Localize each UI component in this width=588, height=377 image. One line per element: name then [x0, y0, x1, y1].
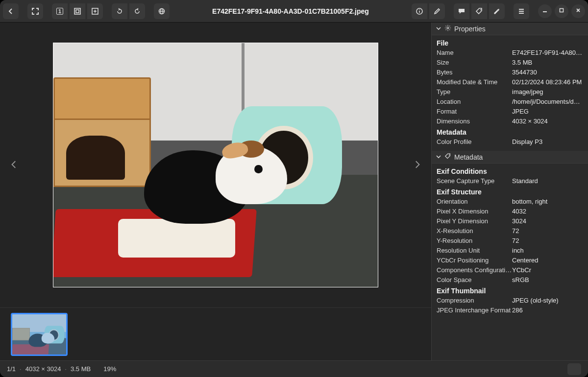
thumbnail-strip: [0, 307, 431, 360]
rotate-left-button[interactable]: [112, 3, 127, 19]
svg-rect-16: [560, 9, 564, 12]
maximize-button[interactable]: [555, 4, 568, 18]
zoom-fit-button[interactable]: [70, 3, 85, 19]
comment-button[interactable]: [454, 3, 469, 19]
prop-key: Format: [437, 107, 512, 116]
next-image-button[interactable]: [409, 150, 425, 180]
displayed-image: [53, 43, 378, 287]
chevron-right-icon: [413, 160, 421, 170]
prop-value: sRGB: [512, 276, 583, 284]
hamburger-icon: [517, 7, 525, 15]
statusbar: 1/1 · 4032 × 3024 · 3.5 MB 19%: [0, 360, 588, 377]
prop-key: Pixel Y Dimension: [437, 217, 512, 226]
rotate-group: [112, 3, 145, 19]
chevron-left-icon: [10, 160, 19, 170]
image-viewer[interactable]: [0, 23, 431, 307]
prop-value: /home/ji/Documents/docu…: [512, 97, 583, 106]
rotate-left-icon: [116, 7, 123, 15]
prop-key: Bytes: [437, 68, 512, 77]
slideshow-button[interactable]: [154, 3, 170, 19]
hamburger-menu-button[interactable]: [514, 3, 529, 19]
prop-value: JPEG (old-style): [512, 296, 583, 305]
prop-value: 3024: [512, 217, 583, 226]
prop-value: image/jpeg: [512, 88, 583, 96]
prop-key: Resolution Unit: [437, 246, 512, 255]
prop-key: Color Space: [437, 276, 512, 284]
rotate-right-icon: [133, 7, 141, 15]
prop-value: 3.5 MB: [512, 58, 583, 67]
chevron-down-icon: [436, 25, 441, 33]
prop-key: Dimensions: [437, 117, 512, 126]
status-dimensions: 4032 × 3024: [25, 365, 61, 373]
zoom-group: 1: [52, 3, 103, 19]
properties-panel[interactable]: Properties File NameE742FE17-9F91-4A80-A…: [431, 23, 588, 360]
comment-icon: [458, 7, 466, 15]
prop-key: X-Resolution: [437, 227, 512, 236]
prop-key: Color Profile: [437, 138, 512, 146]
prop-key: Scene Capture Type: [437, 177, 512, 186]
exif-conditions-title: Exif Conditions: [432, 165, 588, 176]
prop-key: YCbCr Positioning: [437, 256, 512, 265]
back-button[interactable]: [3, 3, 19, 19]
maximize-icon: [559, 7, 564, 15]
edit-button[interactable]: [429, 3, 445, 19]
tag-icon: [444, 153, 451, 161]
svg-point-11: [480, 9, 481, 10]
thumbnail[interactable]: [11, 313, 68, 356]
status-index: 1/1: [7, 365, 16, 373]
svg-rect-0: [74, 8, 80, 14]
rotate-right-button[interactable]: [129, 3, 145, 19]
info-edit-group: [412, 3, 445, 19]
svg-point-19: [447, 27, 449, 29]
info-button[interactable]: [412, 3, 427, 19]
tag-button[interactable]: [471, 3, 487, 19]
prop-key: Location: [437, 97, 512, 106]
prop-value: JPEG: [512, 107, 583, 116]
status-filesize: 3.5 MB: [71, 365, 91, 373]
status-zoom: 19%: [103, 365, 116, 373]
prop-key: Pixel X Dimension: [437, 207, 512, 216]
properties-section-header[interactable]: Properties: [432, 23, 588, 35]
prop-value: 286: [512, 306, 583, 315]
wrench-icon: [493, 7, 501, 15]
prop-key: Size: [437, 58, 512, 67]
metadata-section-header[interactable]: Metadata: [432, 151, 588, 164]
previous-image-button[interactable]: [6, 150, 23, 180]
minimize-button[interactable]: [538, 4, 552, 18]
prop-value: 4032 × 3024: [512, 117, 583, 126]
prop-value: 3544730: [512, 68, 583, 77]
zoom-fit-icon: [74, 7, 81, 15]
tools-button[interactable]: [489, 3, 505, 19]
prop-value: E742FE17-9F91-4A80-AA3D…: [512, 48, 583, 57]
tag-icon: [475, 7, 483, 15]
close-button[interactable]: [571, 4, 585, 18]
file-group-title: File: [432, 37, 588, 48]
fullscreen-icon: [31, 7, 39, 15]
chevron-left-icon: [7, 7, 15, 15]
zoom-100-icon: 1: [56, 8, 63, 15]
info-icon: [416, 7, 423, 15]
prop-key: Type: [437, 88, 512, 96]
prop-value: 4032: [512, 207, 583, 216]
exif-thumbnail-title: Exif Thumbnail: [432, 285, 588, 296]
metadata-group-title: Metadata: [432, 126, 588, 137]
chevron-down-icon: [436, 153, 441, 161]
grid-view-button[interactable]: [567, 363, 581, 375]
prop-key: Components Configuration: [437, 266, 512, 275]
window-title: E742FE17-9F91-4A80-AA3D-01C7B21005F2.jpe…: [172, 7, 409, 15]
svg-rect-1: [76, 10, 79, 13]
fullscreen-button[interactable]: [27, 3, 43, 19]
properties-header-label: Properties: [454, 25, 486, 33]
globe-icon: [158, 7, 166, 15]
headerbar: 1 E742FE17-9F91-4A80-AA3D-01C7B21005F2.j…: [0, 0, 588, 23]
prop-key: Compression: [437, 296, 512, 305]
pencil-icon: [433, 7, 441, 15]
prop-key: Name: [437, 48, 512, 57]
prop-value: 72: [512, 227, 583, 236]
zoom-in-button[interactable]: [87, 3, 103, 19]
close-icon: [575, 7, 581, 15]
prop-value: Display P3: [512, 138, 583, 146]
zoom-100-button[interactable]: 1: [52, 3, 68, 19]
app-window: 1 E742FE17-9F91-4A80-AA3D-01C7B21005F2.j…: [0, 0, 588, 377]
prop-value: 72: [512, 236, 583, 245]
